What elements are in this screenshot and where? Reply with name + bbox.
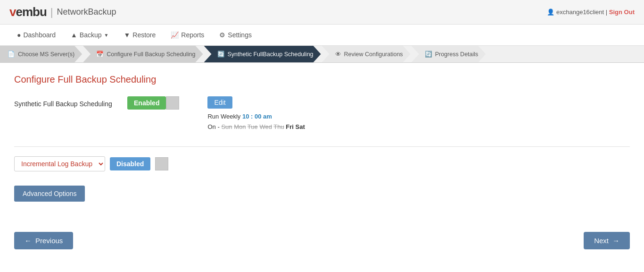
step-synthetic-label: Synthetic FullBackup Scheduling <box>228 51 314 58</box>
page-title: Configure Full Backup Scheduling <box>14 74 630 85</box>
on-prefix: On - <box>207 123 221 130</box>
logo-product: NetworkBackup <box>57 7 116 17</box>
step-progress-icon: 🔄 <box>425 51 432 58</box>
previous-arrow-icon: ← <box>25 237 32 245</box>
advanced-options-button[interactable]: Advanced Options <box>14 186 85 202</box>
synthetic-toggle-button[interactable]: Enabled <box>127 96 166 110</box>
next-button[interactable]: Next → <box>584 232 630 249</box>
nav-reports-label: Reports <box>181 31 204 39</box>
step-progress-label: Progress Details <box>435 51 479 58</box>
step-sync-icon: 🔄 <box>217 51 225 58</box>
day-sat: Sat <box>296 123 305 130</box>
bottom-navigation: ← Previous Next → <box>0 222 644 259</box>
user-icon: 👤 <box>547 8 554 16</box>
next-label: Next <box>594 237 609 245</box>
main-content: Configure Full Backup Scheduling Synthet… <box>0 63 644 213</box>
incremental-log-dropdown[interactable]: Incremental Log Backup <box>14 156 105 171</box>
toggle-slider <box>166 96 179 110</box>
next-arrow-icon: → <box>612 237 619 245</box>
run-prefix: Run Weekly <box>207 113 242 120</box>
step-calendar-icon: 📅 <box>96 51 104 58</box>
backup-dropdown-icon: ▼ <box>104 33 109 38</box>
wizard-step-choose-ms-server[interactable]: 📄 Choose MS Server(s) <box>0 46 82 62</box>
schedule-time: 10 : 00 am <box>242 113 272 120</box>
nav-restore-label: Restore <box>132 31 156 39</box>
nav-settings-label: Settings <box>228 31 252 39</box>
day-tue: Tue <box>248 123 258 130</box>
wizard-step-synthetic-full-backup[interactable]: 🔄 Synthetic FullBackup Scheduling <box>204 46 321 62</box>
synthetic-toggle-wrapper: Enabled <box>127 96 179 110</box>
restore-icon: ▼ <box>124 31 130 39</box>
step-eye-icon: 👁 <box>335 51 341 58</box>
day-thu: Thu <box>273 123 284 130</box>
incremental-log-row: Incremental Log Backup Disabled <box>14 156 630 171</box>
logo-separator: | <box>50 6 53 18</box>
day-mon: Mon <box>234 123 246 130</box>
advanced-options-section: Advanced Options <box>14 186 630 202</box>
settings-icon: ⚙ <box>219 31 225 39</box>
logo-brand: vembu <box>9 5 47 19</box>
incremental-toggle-button[interactable]: Disabled <box>110 157 150 170</box>
step-choose-ms-label: Choose MS Server(s) <box>18 51 74 58</box>
schedule-details: Edit Run Weekly 10 : 00 am On - Sun Mon … <box>207 96 305 132</box>
wizard-step-progress-details[interactable]: 🔄 Progress Details <box>412 46 486 62</box>
main-nav: ● Dashboard ▲ Backup ▼ ▼ Restore 📈 Repor… <box>0 25 644 46</box>
header: vembu | NetworkBackup 👤 exchange16client… <box>0 0 644 25</box>
schedule-info: Run Weekly 10 : 00 am On - Sun Mon Tue W… <box>207 111 305 132</box>
nav-reports[interactable]: 📈 Reports <box>163 25 212 45</box>
incremental-toggle-slider <box>155 157 168 170</box>
previous-button[interactable]: ← Previous <box>14 232 73 249</box>
signout-link[interactable]: Sign Out <box>609 8 635 16</box>
nav-settings[interactable]: ⚙ Settings <box>212 25 259 45</box>
nav-dashboard[interactable]: ● Dashboard <box>9 25 63 45</box>
nav-dashboard-label: Dashboard <box>23 31 56 39</box>
synthetic-full-backup-label: Synthetic Full Backup Scheduling <box>14 96 118 108</box>
step-configure-label: Configure Full Backup Scheduling <box>107 51 195 58</box>
nav-restore[interactable]: ▼ Restore <box>116 25 163 45</box>
step-doc-icon: 📄 <box>8 51 15 58</box>
step-review-label: Review Configurations <box>344 51 403 58</box>
backup-icon: ▲ <box>71 31 77 39</box>
wizard-step-configure-full-backup[interactable]: 📅 Configure Full Backup Scheduling <box>83 46 203 62</box>
username: exchange16client <box>556 8 604 16</box>
day-fri: Fri <box>286 123 294 130</box>
edit-button[interactable]: Edit <box>207 96 232 109</box>
dashboard-icon: ● <box>17 31 21 39</box>
nav-backup[interactable]: ▲ Backup ▼ <box>63 25 116 45</box>
wizard-step-review-configurations[interactable]: 👁 Review Configurations <box>322 46 411 62</box>
wizard-steps: 📄 Choose MS Server(s) 📅 Configure Full B… <box>0 46 644 63</box>
logo: vembu | NetworkBackup <box>9 5 116 19</box>
day-sun: Sun <box>221 123 232 130</box>
nav-backup-label: Backup <box>80 31 102 39</box>
reports-icon: 📈 <box>171 31 179 39</box>
day-wed: Wed <box>259 123 272 130</box>
schedule-days-line: On - Sun Mon Tue Wed Thu Fri Sat <box>207 122 305 132</box>
schedule-run-line: Run Weekly 10 : 00 am <box>207 111 305 122</box>
previous-label: Previous <box>35 237 63 245</box>
synthetic-full-backup-row: Synthetic Full Backup Scheduling Enabled… <box>14 96 630 132</box>
incremental-log-controls: Incremental Log Backup Disabled <box>14 156 168 171</box>
user-area: 👤 exchange16client | Sign Out <box>547 8 635 16</box>
